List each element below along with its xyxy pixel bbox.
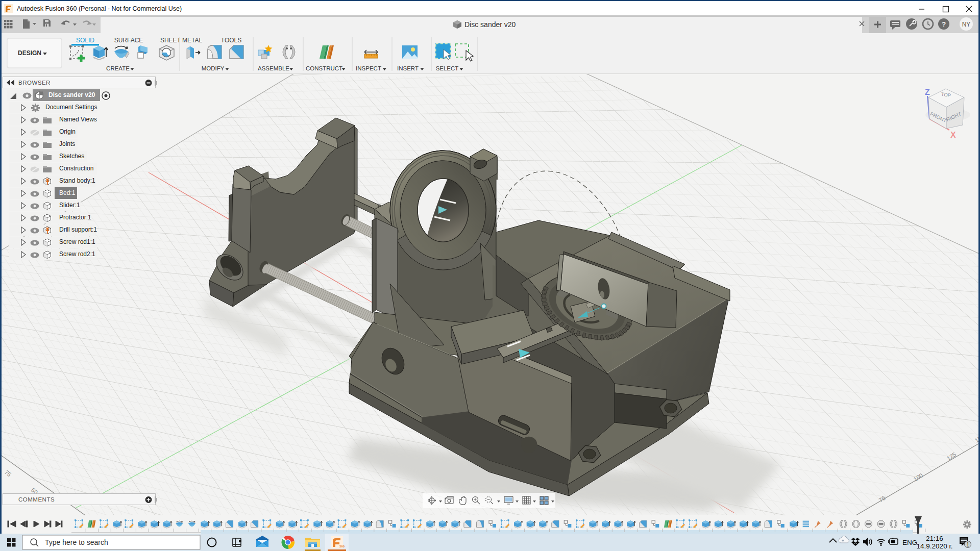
svg-text:NY: NY bbox=[962, 21, 971, 28]
svg-text:SELECT: SELECT bbox=[436, 65, 459, 71]
svg-text:CREATE: CREATE bbox=[106, 65, 130, 71]
svg-text:100: 100 bbox=[913, 472, 924, 482]
svg-text:DESIGN: DESIGN bbox=[18, 49, 41, 57]
svg-text:INSPECT: INSPECT bbox=[356, 65, 381, 71]
svg-text:Type here to search: Type here to search bbox=[45, 538, 108, 546]
svg-text:MODIFY: MODIFY bbox=[202, 65, 225, 71]
svg-text:ENG: ENG bbox=[902, 539, 917, 546]
svg-text:X: X bbox=[950, 131, 956, 139]
svg-text:Z: Z bbox=[925, 88, 930, 96]
svg-text:1: 1 bbox=[966, 542, 969, 547]
svg-text:125: 125 bbox=[946, 451, 958, 461]
svg-text:75: 75 bbox=[4, 469, 12, 478]
svg-text:ASSEMBLE: ASSEMBLE bbox=[258, 65, 289, 71]
svg-text:360: 360 bbox=[339, 545, 345, 548]
svg-text:Disc sander v20: Disc sander v20 bbox=[464, 20, 516, 29]
svg-text:SHEET METAL: SHEET METAL bbox=[160, 37, 203, 44]
svg-text:INSERT: INSERT bbox=[397, 65, 419, 71]
svg-text:SOLID: SOLID bbox=[76, 37, 94, 44]
svg-text:CONSTRUCT: CONSTRUCT bbox=[306, 65, 342, 71]
svg-text:14.9.2020 г.: 14.9.2020 г. bbox=[917, 542, 953, 550]
svg-text:?: ? bbox=[942, 20, 946, 28]
svg-text:SURFACE: SURFACE bbox=[114, 37, 143, 44]
svg-text:21:16: 21:16 bbox=[926, 535, 943, 542]
svg-text:TOOLS: TOOLS bbox=[221, 37, 241, 44]
